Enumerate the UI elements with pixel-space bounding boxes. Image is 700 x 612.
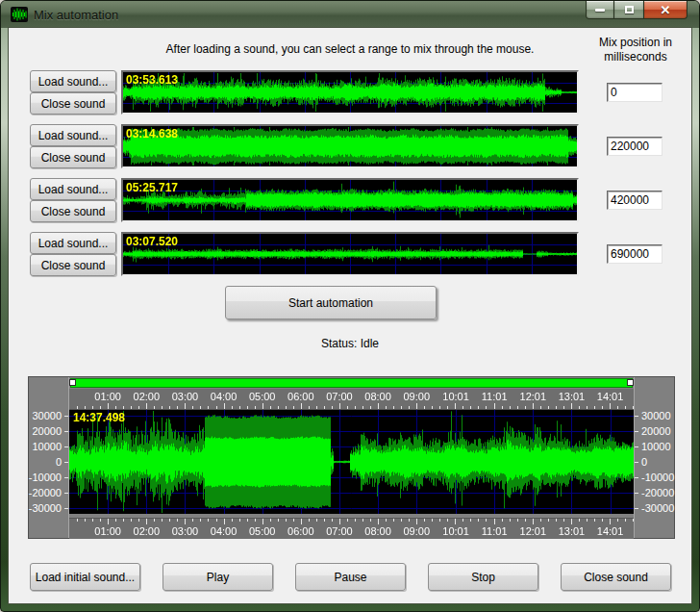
amplitude-tick [64,508,68,509]
amplitude-tick [64,431,68,432]
amplitude-label: -30000 [29,502,62,514]
amplitude-label: -10000 [641,472,674,483]
amplitude-tick [64,493,68,494]
load-sound-button-3[interactable]: Load sound... [30,178,116,200]
editor-timestamp: 14:37.498 [73,411,125,424]
editor-center: 14:37.498 [69,377,634,538]
amplitude-tick [635,477,638,478]
amplitude-label: 10000 [641,441,671,452]
amplitude-tick [635,446,638,447]
client-area: After loading a sound, you can select a … [8,27,692,604]
status-text: Status: Idle [121,337,579,350]
selection-handle-right[interactable] [627,379,634,386]
app-window: Mix automation ✕ After loading a sound, … [0,0,700,612]
waveform-canvas-2[interactable] [123,126,577,166]
editor-waveform-canvas[interactable] [69,410,634,514]
amplitude-tick [635,462,638,463]
amplitude-tick [64,446,68,447]
close-sound-button-2[interactable]: Close sound [30,146,116,168]
close-sound-footer-button[interactable]: Close sound [561,563,671,591]
waveform-canvas-1[interactable] [123,72,577,113]
amplitude-axis-left: 3000020000100000-10000-20000-30000 [29,377,69,538]
clip-timestamp-4: 03:07.520 [126,235,178,248]
amplitude-label: -20000 [29,487,62,498]
start-automation-button[interactable]: Start automation [225,286,437,319]
selection-bar[interactable] [70,378,633,388]
time-ruler-bottom [69,518,634,539]
clip-timestamp-1: 03:53.613 [126,73,178,87]
window-controls: ✕ [586,1,688,19]
amplitude-label: 0 [641,456,647,468]
maximize-icon [625,6,634,13]
mix-position-label: Mix position in milliseconds [582,36,689,64]
mix-position-input-1[interactable] [607,83,662,102]
clip-timestamp-3: 05:25.717 [126,181,178,194]
amplitude-label: -10000 [29,472,62,483]
load-sound-button-1[interactable]: Load sound... [30,70,116,92]
minimize-icon [595,9,605,12]
amplitude-label: 30000 [32,410,62,421]
clip-timestamp-2: 03:14.638 [126,127,178,140]
amplitude-label: 10000 [32,441,62,452]
load-initial-sound-button[interactable]: Load initial sound... [30,563,140,591]
waveform-panel-2[interactable]: 03:14.638 [121,124,579,168]
editor-wave-wrap: 14:37.498 [69,410,634,518]
amplitude-label: 30000 [641,410,671,421]
selection-area [69,377,634,389]
waveform-panel-3[interactable]: 05:25.717 [121,178,579,222]
mix-position-label-line1: Mix position in [599,36,672,49]
instructions-text: After loading a sound, you can select a … [114,42,586,56]
amplitude-label: 20000 [641,425,671,437]
amplitude-axis-right: 3000020000100000-10000-20000-30000 [634,377,674,538]
play-button[interactable]: Play [162,563,273,591]
close-icon: ✕ [661,4,671,16]
amplitude-label: 20000 [32,425,62,437]
amplitude-tick [64,477,68,478]
load-sound-button-4[interactable]: Load sound... [30,232,116,254]
amplitude-label: -30000 [641,502,674,514]
load-sound-button-2[interactable]: Load sound... [30,124,116,146]
amplitude-tick [635,416,638,417]
waveform-panel-1[interactable]: 03:53.613 [121,70,579,115]
amplitude-label: 0 [56,456,62,468]
mix-position-input-2[interactable] [607,137,662,156]
maximize-button[interactable] [614,1,643,19]
amplitude-tick [64,416,68,417]
close-sound-button-1[interactable]: Close sound [30,92,116,115]
close-sound-button-4[interactable]: Close sound [30,254,116,276]
amplitude-tick [635,508,638,509]
mix-position-input-4[interactable] [607,244,662,264]
amplitude-tick [64,462,68,463]
amplitude-tick [635,493,638,494]
stop-button[interactable]: Stop [428,563,538,591]
amplitude-label: -20000 [641,487,674,498]
mix-position-input-3[interactable] [607,191,662,210]
pause-button[interactable]: Pause [295,563,406,591]
mix-position-label-line2: milliseconds [604,50,666,64]
waveform-canvas-3[interactable] [123,180,577,220]
titlebar[interactable]: Mix automation ✕ [1,1,699,28]
app-icon [11,7,28,22]
minimize-button[interactable] [586,1,614,19]
amplitude-tick [635,431,638,432]
time-ruler-top [69,389,634,410]
waveform-panel-4[interactable]: 03:07.520 [121,232,579,276]
close-button[interactable]: ✕ [643,1,688,19]
close-sound-button-3[interactable]: Close sound [30,200,116,222]
window-title: Mix automation [34,8,118,22]
selection-handle-left[interactable] [69,379,76,386]
sound-editor: 3000020000100000-10000-20000-30000 14:37… [28,376,675,539]
waveform-canvas-4[interactable] [123,234,577,274]
